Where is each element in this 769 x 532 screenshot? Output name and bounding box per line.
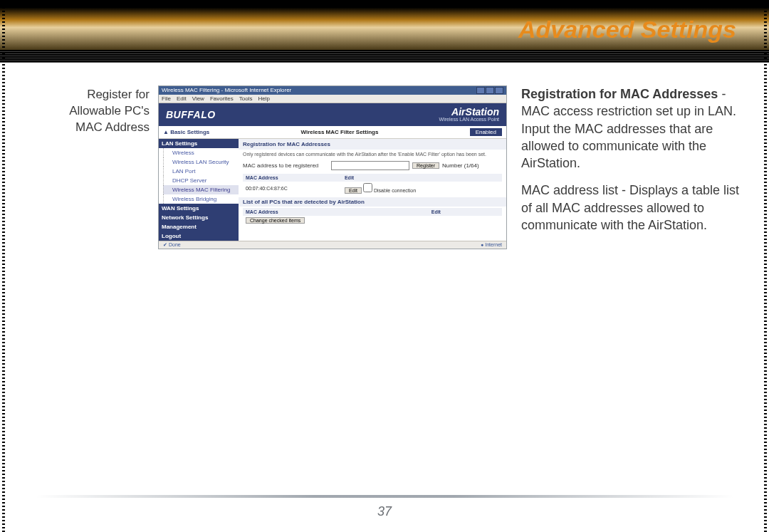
menu-tools[interactable]: Tools [239, 95, 253, 102]
nav-lan-port[interactable]: LAN Port [163, 167, 239, 176]
menu-file[interactable]: File [162, 95, 171, 102]
nav-dhcp[interactable]: DHCP Server [163, 176, 239, 185]
edit-button[interactable]: Edit [345, 187, 362, 194]
content-row: Register for Allowable PC's MAC Address … [57, 85, 741, 249]
menu-edit[interactable]: Edit [177, 95, 187, 102]
brand-logo: BUFFALO [166, 109, 216, 120]
description-p1-bold: Registration for MAC Addresses [521, 87, 718, 101]
close-icon[interactable] [495, 87, 503, 94]
browser-statusbar: ✔ Done ● Internet [159, 241, 506, 249]
main-panel: Registration for MAC Addresses Only regi… [239, 139, 506, 241]
page-title: Advanced Settings [518, 16, 736, 43]
browser-window-title: Wireless MAC Filtering - Microsoft Inter… [162, 87, 291, 94]
side-ticks-right [764, 0, 767, 532]
status-right: ● Internet [481, 242, 502, 248]
panel-title: Registration for MAC Addresses [239, 139, 506, 150]
nav-mac-filtering[interactable]: Wireless MAC Filtering [163, 185, 239, 194]
description-p2: MAC address list - Displays a table list… [521, 182, 741, 234]
section-label: Wireless MAC Filter Settings [301, 129, 379, 135]
footer-rule [36, 495, 733, 498]
register-row: MAC address to be registered Register Nu… [239, 159, 506, 172]
disable-checkbox[interactable] [363, 183, 372, 192]
cell-edit: Edit Disable connection [342, 182, 502, 195]
home-label-text: Basic Settings [170, 129, 209, 135]
panel-note: Only registered devices can communicate … [239, 150, 506, 159]
table-row: Change checked items [243, 216, 502, 225]
minimize-icon[interactable] [476, 87, 485, 94]
product-name: AirStation [439, 108, 499, 117]
home-label[interactable]: ▲ Basic Settings [163, 129, 209, 135]
browser-titlebar: Wireless MAC Filtering - Microsoft Inter… [159, 86, 506, 95]
det-col-edit: Edit [429, 208, 502, 216]
number-label: Number (1/64) [442, 162, 479, 169]
app-body: LAN Settings Wireless Wireless LAN Secur… [159, 139, 506, 241]
sub-header: ▲ Basic Settings Wireless MAC Filter Set… [159, 126, 506, 139]
menu-favorites[interactable]: Favorites [210, 95, 234, 102]
change-checked-button[interactable]: Change checked items [246, 217, 305, 224]
nav-logout[interactable]: Logout [159, 231, 239, 241]
col-mac: MAC Address [243, 174, 342, 182]
product-sub: Wireless LAN Access Point [439, 117, 499, 122]
status-left: ✔ Done [163, 242, 181, 248]
mac-input[interactable] [331, 161, 409, 170]
top-lines [0, 50, 769, 63]
table-row: 00:07:40:C4:87:6C Edit Disable connectio… [243, 182, 502, 195]
mac-table: MAC Address Edit 00:07:40:C4:87:6C Edit … [243, 174, 502, 195]
status-left-text: Done [169, 242, 181, 247]
detected-table: MAC Address Edit Change checked items [243, 208, 502, 225]
browser-menu: File Edit View Favorites Tools Help [159, 95, 506, 103]
window-controls [476, 87, 503, 94]
detected-title: List of all PCs that are detected by Air… [239, 197, 506, 207]
nav-network-header[interactable]: Network Settings [159, 213, 239, 222]
menu-help[interactable]: Help [258, 95, 269, 102]
nav-wireless[interactable]: Wireless [163, 148, 239, 157]
register-label: MAC address to be registered [243, 162, 328, 169]
product-label: AirStation Wireless LAN Access Point [439, 108, 499, 122]
enabled-button[interactable]: Enabled [470, 128, 502, 136]
cell-mac: 00:07:40:C4:87:6C [243, 182, 342, 195]
screenshot-caption: Register for Allowable PC's MAC Address [57, 85, 150, 249]
nav-management-header[interactable]: Management [159, 222, 239, 231]
col-edit: Edit [342, 174, 502, 182]
maximize-icon[interactable] [486, 87, 494, 94]
nav-wlan-security[interactable]: Wireless LAN Security [163, 157, 239, 167]
status-right-text: Internet [485, 242, 502, 247]
page-number: 37 [0, 504, 769, 519]
disable-label: Disable connection [374, 188, 416, 193]
menu-view[interactable]: View [192, 95, 204, 102]
side-nav: LAN Settings Wireless Wireless LAN Secur… [159, 139, 239, 241]
description-p1: Registration for MAC Addresses - MAC acc… [521, 85, 741, 172]
nav-bridging[interactable]: Wireless Bridging [163, 194, 239, 204]
description: Registration for MAC Addresses - MAC acc… [516, 85, 741, 249]
side-ticks-left [2, 0, 5, 532]
nav-lan-header[interactable]: LAN Settings [159, 139, 239, 148]
app-header: BUFFALO AirStation Wireless LAN Access P… [159, 103, 506, 126]
register-button[interactable]: Register [412, 162, 439, 169]
nav-wan-header[interactable]: WAN Settings [159, 204, 239, 213]
browser-window: Wireless MAC Filtering - Microsoft Inter… [158, 85, 507, 249]
det-col-mac: MAC Address [243, 208, 429, 216]
